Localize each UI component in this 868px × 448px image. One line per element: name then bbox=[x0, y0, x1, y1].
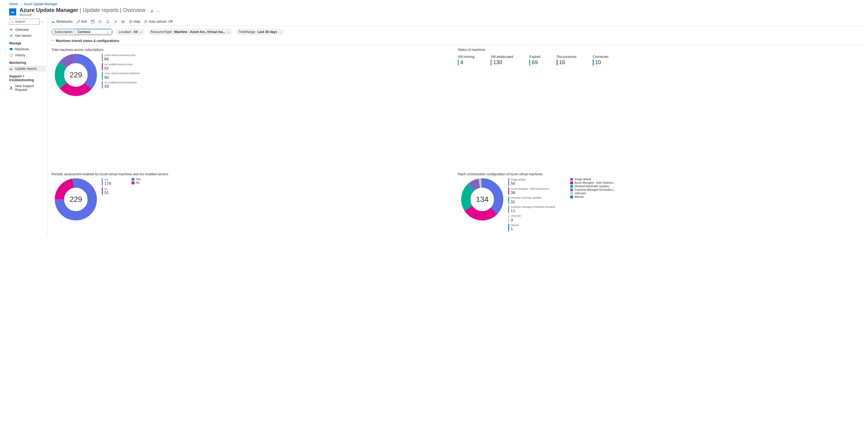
legend-swatch bbox=[570, 192, 573, 195]
refresh-icon bbox=[98, 20, 102, 24]
card-title: Periodic assessment enabled for Azure vi… bbox=[52, 172, 458, 176]
tile-value: 4 bbox=[460, 59, 463, 66]
legend-item[interactable]: Customer Managed Schedules (... bbox=[570, 188, 616, 191]
toolbar-help[interactable]: Help bbox=[129, 20, 140, 24]
svg-rect-6 bbox=[91, 20, 94, 23]
status-tile[interactable]: VM deallocated130 bbox=[491, 55, 513, 66]
filter-subscription[interactable]: Subscription: Contoso bbox=[52, 29, 113, 35]
category-item[interactable]: Azure virtual machines-Windows50 bbox=[102, 72, 140, 79]
legend-item[interactable]: Windows Automatic Updates bbox=[570, 185, 616, 188]
category-item[interactable]: Unknown3 bbox=[508, 214, 555, 222]
card-total-machines: Total machines across subscriptions 229 … bbox=[52, 45, 458, 99]
more-icon[interactable]: ⋯ bbox=[157, 9, 161, 14]
toolbar-save[interactable] bbox=[91, 20, 95, 24]
sidebar-item-label: Get started bbox=[15, 34, 31, 38]
breadcrumb-current[interactable]: Azure Update Manager bbox=[24, 2, 57, 6]
toolbar-autorefresh[interactable]: Auto refresh: Off bbox=[144, 20, 173, 24]
status-tile[interactable]: Expired69 bbox=[529, 55, 540, 66]
toolbar-share[interactable] bbox=[106, 20, 110, 24]
donut-total: 229 bbox=[70, 195, 82, 204]
legend-item[interactable]: Unknown bbox=[570, 192, 616, 195]
category-value: 178 bbox=[104, 181, 111, 185]
legend-item[interactable]: Image default bbox=[570, 178, 616, 181]
pin-icon[interactable] bbox=[150, 9, 154, 14]
category-color-bar bbox=[102, 63, 103, 71]
category-color-bar bbox=[508, 187, 509, 195]
category-item[interactable]: Arc enabled servers-Linux62 bbox=[102, 63, 140, 71]
legend-label: Windows Automatic Updates bbox=[575, 185, 609, 188]
category-color-bar bbox=[508, 206, 509, 213]
category-value: 50 bbox=[104, 75, 140, 79]
sidebar-search[interactable]: Search bbox=[9, 19, 39, 25]
legend-item[interactable]: Manual bbox=[570, 195, 616, 198]
category-value: 33 bbox=[104, 84, 137, 89]
breadcrumb-home[interactable]: Home bbox=[9, 2, 18, 6]
card-title: Status of machines bbox=[458, 48, 864, 52]
category-item[interactable]: Image default50 bbox=[508, 178, 555, 186]
sidebar-item-new-support-request[interactable]: New Support Request bbox=[8, 83, 46, 93]
category-item[interactable]: Manual1 bbox=[508, 224, 555, 231]
svg-point-0 bbox=[11, 21, 13, 23]
main-content: Workbooks Edit bbox=[48, 18, 868, 236]
tile-label: Disconnected bbox=[557, 55, 577, 59]
svg-line-1 bbox=[13, 22, 13, 23]
filter-resource-type[interactable]: ResourceType: Machine - Azure Arc, Virtu… bbox=[148, 29, 232, 35]
legend-item[interactable]: Azure Managed - Safe Deploym... bbox=[570, 181, 616, 184]
tile-label: Connected bbox=[593, 55, 609, 59]
category-item[interactable]: Windows Automatic Updates31 bbox=[508, 197, 555, 204]
svg-point-8 bbox=[121, 20, 124, 23]
sidebar-item-history[interactable]: History bbox=[8, 52, 46, 58]
category-item[interactable]: Yes178 bbox=[102, 178, 111, 186]
category-item[interactable]: No51 bbox=[102, 187, 111, 195]
category-item[interactable]: Azure Managed - Safe Deployment38 bbox=[508, 187, 555, 195]
rocket-icon bbox=[9, 34, 13, 38]
tile-color-bar bbox=[491, 60, 491, 66]
sidebar-collapse-icon[interactable]: « bbox=[41, 20, 43, 24]
category-color-bar bbox=[508, 214, 509, 222]
category-item[interactable]: Arc enabled servers-Windows33 bbox=[102, 81, 140, 89]
svg-point-12 bbox=[130, 23, 131, 23]
category-color-bar bbox=[102, 187, 103, 195]
legend-label: Yes bbox=[136, 178, 140, 181]
category-item[interactable]: Azure virtual machines-Linux84 bbox=[102, 54, 140, 61]
section-header[interactable]: Machines overall status & configurations bbox=[52, 38, 864, 45]
toolbar-refresh[interactable] bbox=[98, 20, 102, 24]
category-item[interactable]: Customer Managed Schedules (Preview)11 bbox=[508, 206, 555, 213]
donut-chart: 229 bbox=[54, 53, 97, 97]
category-label: Manual bbox=[511, 224, 519, 227]
legend-label: Image default bbox=[575, 178, 591, 181]
toolbar-workbooks[interactable]: Workbooks bbox=[52, 20, 72, 24]
status-tile[interactable]: VM running4 bbox=[458, 55, 474, 66]
sidebar-item-label: New Support Request bbox=[15, 84, 44, 92]
status-tile[interactable]: Connected10 bbox=[593, 55, 609, 66]
page-header: Azure Update Manager | Update reports | … bbox=[0, 7, 868, 18]
sidebar-item-machines[interactable]: Machines bbox=[8, 46, 46, 52]
filter-time-range[interactable]: TimeRange: Last 30 days bbox=[236, 29, 284, 35]
clock-icon bbox=[9, 53, 13, 57]
toolbar-pin[interactable] bbox=[114, 20, 117, 24]
card-patch-orchestration: Patch orchestration configuration of Azu… bbox=[458, 170, 864, 234]
sidebar-item-label: Overview bbox=[15, 28, 29, 32]
sidebar-item-update-reports[interactable]: Update reports bbox=[8, 66, 46, 72]
legend-item[interactable]: No bbox=[132, 181, 140, 184]
category-label: Azure Managed - Safe Deployment bbox=[511, 187, 549, 190]
sidebar-item-overview[interactable]: Overview bbox=[8, 27, 46, 33]
sidebar-item-label: Update reports bbox=[15, 67, 37, 71]
status-tile[interactable]: Disconnected16 bbox=[557, 55, 577, 66]
toolbar-edit[interactable]: Edit bbox=[76, 20, 87, 24]
sidebar-item-label: History bbox=[15, 53, 25, 57]
chevron-down-icon bbox=[227, 31, 230, 33]
legend-item[interactable]: Yes bbox=[132, 178, 140, 181]
svg-rect-2 bbox=[10, 48, 13, 50]
chevron-down-icon bbox=[107, 31, 110, 33]
chevron-down-icon bbox=[139, 31, 142, 33]
page-title: Azure Update Manager | Update reports | … bbox=[20, 7, 146, 13]
filter-location[interactable]: Location: All bbox=[116, 29, 145, 35]
sidebar-item-get-started[interactable]: Get started bbox=[8, 33, 46, 39]
category-label: Image default bbox=[511, 178, 526, 181]
category-label: Arc enabled servers-Windows bbox=[104, 81, 137, 84]
category-label: Unknown bbox=[511, 214, 521, 217]
toolbar-feedback[interactable] bbox=[121, 20, 125, 24]
chart-icon bbox=[9, 67, 13, 71]
card-periodic-assessment: Periodic assessment enabled for Azure vi… bbox=[52, 170, 458, 234]
